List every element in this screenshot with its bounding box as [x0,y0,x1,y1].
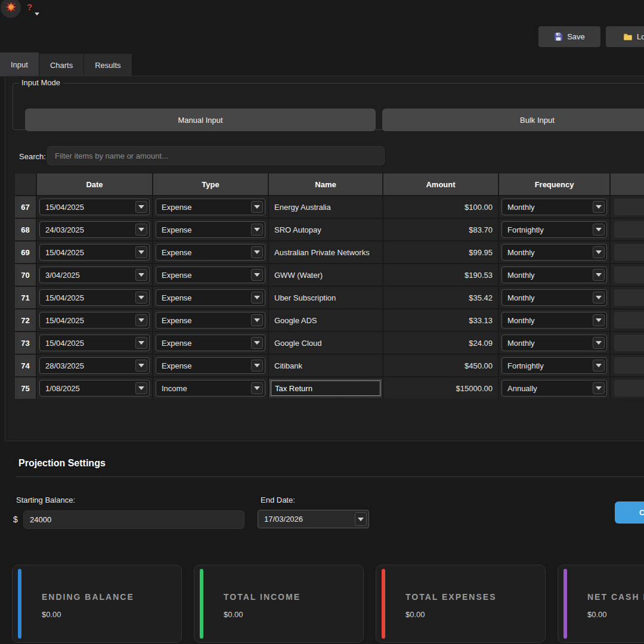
accent-stripe [382,569,385,639]
summary-card-value: $0.00 [42,610,61,619]
summary-card: NET CASH FLOW$0.00 [558,565,644,643]
summary-card-value: $0.00 [587,610,607,619]
summary-card: TOTAL INCOME$0.00 [194,565,364,643]
summary-card: ENDING BALANCE$0.00 [12,565,182,643]
accent-stripe [18,569,21,639]
summary-card-label: ENDING BALANCE [42,592,134,602]
accent-stripe [200,569,203,639]
summary-card-label: TOTAL EXPENSES [405,592,496,602]
summary-card-value: $0.00 [224,610,243,619]
summary-cards: ENDING BALANCE$0.00TOTAL INCOME$0.00TOTA… [0,0,644,644]
summary-card-label: TOTAL INCOME [224,592,301,602]
summary-card-label: NET CASH FLOW [587,592,644,602]
summary-card-value: $0.00 [405,610,425,619]
accent-stripe [564,569,567,639]
summary-card: TOTAL EXPENSES$0.00 [376,565,546,643]
